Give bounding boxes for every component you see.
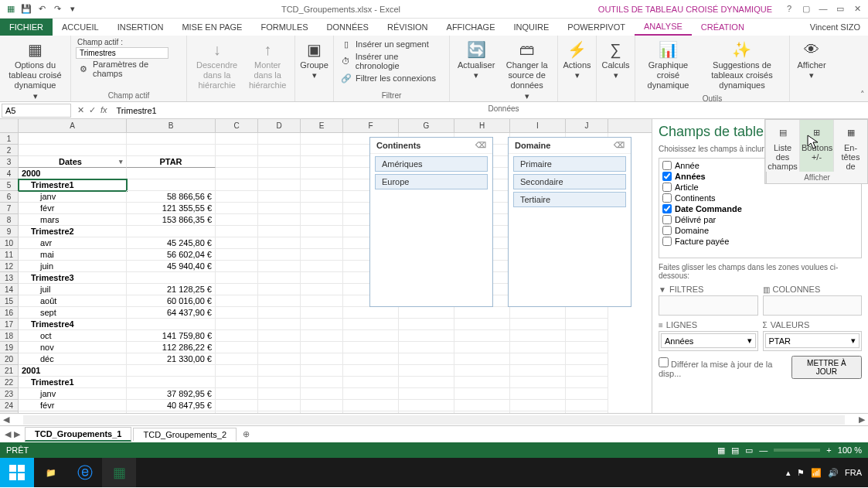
tab-powerpivot[interactable]: POWERPIVOT	[558, 19, 635, 36]
zone-filtres[interactable]	[659, 295, 758, 316]
cell[interactable]	[258, 203, 301, 214]
row-header[interactable]: 1	[0, 133, 19, 145]
maximize-icon[interactable]: ▭	[832, 4, 848, 14]
cell[interactable]	[216, 342, 258, 353]
cell[interactable]	[301, 168, 343, 179]
field-settings-button[interactable]: ⚙Paramètres de champs	[76, 59, 182, 79]
cell[interactable]	[566, 377, 608, 388]
cell[interactable]: 153 866,35 €	[127, 214, 216, 226]
row-header[interactable]: 6	[0, 191, 19, 203]
cell[interactable]: 58 866,56 €	[127, 191, 216, 203]
cell[interactable]: 56 602,04 €	[127, 249, 216, 261]
cell[interactable]: mai	[19, 249, 127, 261]
cell[interactable]	[301, 411, 343, 413]
cell[interactable]	[301, 237, 343, 249]
cell[interactable]	[301, 249, 343, 261]
sheet-nav-next[interactable]: ▶	[14, 429, 20, 439]
cell[interactable]: Trimestre4	[19, 319, 127, 330]
filter-icon[interactable]: ▾	[119, 156, 123, 168]
cell[interactable]	[454, 342, 510, 353]
cell[interactable]	[343, 365, 399, 377]
cell[interactable]	[399, 342, 454, 353]
cell[interactable]	[258, 284, 301, 295]
cell[interactable]	[343, 342, 399, 353]
cell[interactable]	[258, 156, 301, 168]
zone-colonnes[interactable]	[763, 295, 863, 316]
cancel-formula-icon[interactable]: ✕	[77, 105, 84, 115]
cell[interactable]	[216, 156, 258, 168]
col-header[interactable]: I	[510, 119, 566, 132]
col-header[interactable]: A	[19, 119, 127, 132]
cell[interactable]	[454, 411, 510, 413]
cell[interactable]	[258, 353, 301, 365]
cell[interactable]: Trimestre2	[19, 226, 127, 237]
cell[interactable]	[566, 330, 608, 342]
cell[interactable]	[566, 411, 608, 413]
close-icon[interactable]: ✕	[849, 4, 865, 14]
cell[interactable]	[258, 400, 301, 411]
row-header[interactable]: 10	[0, 237, 19, 249]
cell[interactable]	[216, 284, 258, 295]
zoom-level[interactable]: 100 %	[838, 445, 862, 455]
slicer-item[interactable]: Amériques	[375, 156, 488, 172]
cell[interactable]	[301, 203, 343, 214]
tab-affichage[interactable]: AFFICHAGE	[437, 19, 505, 36]
cell[interactable]	[510, 388, 566, 400]
cell[interactable]	[127, 133, 216, 145]
view-normal-icon[interactable]: ▦	[717, 445, 725, 456]
cell[interactable]	[127, 168, 216, 179]
slicer[interactable]: Domaine⌫PrimaireSecondaireTertiaire	[508, 137, 631, 307]
grid[interactable]: ABCDEFGHIJ 123Dates▾PTAR420005Trimestre1…	[0, 119, 652, 413]
insert-slicer-button[interactable]: ▯Insérer un segment	[339, 37, 444, 51]
cell[interactable]	[399, 388, 454, 400]
start-button[interactable]	[0, 458, 34, 487]
horizontal-scrollbar[interactable]: ◀▶	[0, 413, 868, 425]
cell[interactable]: Trimestre1	[19, 377, 127, 388]
cell[interactable]	[216, 330, 258, 342]
cell[interactable]	[127, 226, 216, 237]
tab-inquire[interactable]: INQUIRE	[505, 19, 559, 36]
zone-lignes[interactable]: Années▾	[659, 331, 758, 351]
cell[interactable]	[566, 319, 608, 330]
tab-revision[interactable]: RÉVISION	[378, 19, 437, 36]
row-header[interactable]: 24	[0, 400, 19, 411]
cell[interactable]	[399, 365, 454, 377]
name-box[interactable]	[2, 104, 71, 118]
cell[interactable]	[258, 191, 301, 203]
cell[interactable]	[258, 342, 301, 353]
field-checkbox[interactable]	[662, 215, 672, 224]
cell[interactable]: sept	[19, 307, 127, 319]
cell[interactable]	[258, 226, 301, 237]
cell[interactable]: oct	[19, 330, 127, 342]
cell[interactable]	[454, 400, 510, 411]
row-header[interactable]: 12	[0, 261, 19, 272]
add-sheet-button[interactable]: ⊕	[238, 429, 254, 439]
cell[interactable]	[399, 411, 454, 413]
cell[interactable]	[258, 179, 301, 191]
cell[interactable]	[566, 365, 608, 377]
cell[interactable]: 37 892,95 €	[127, 388, 216, 400]
cell[interactable]: mars	[19, 214, 127, 226]
cell[interactable]: mars	[19, 411, 127, 413]
cell[interactable]: janv	[19, 388, 127, 400]
cell[interactable]	[399, 353, 454, 365]
col-header[interactable]: E	[301, 119, 343, 132]
cell[interactable]	[127, 145, 216, 156]
cell[interactable]	[258, 377, 301, 388]
cell[interactable]	[216, 400, 258, 411]
redo-icon[interactable]: ↷	[51, 3, 63, 15]
cell[interactable]	[454, 307, 510, 319]
slicer-item[interactable]: Primaire	[513, 156, 626, 172]
cell[interactable]: 60 016,00 €	[127, 295, 216, 307]
cell[interactable]	[301, 307, 343, 319]
cell[interactable]	[343, 330, 399, 342]
slicer-item[interactable]: Tertiaire	[513, 192, 626, 207]
cell[interactable]	[258, 330, 301, 342]
cell[interactable]	[399, 377, 454, 388]
cell[interactable]	[258, 295, 301, 307]
cell[interactable]	[216, 319, 258, 330]
field-label[interactable]: Domaine	[675, 226, 709, 235]
cell[interactable]	[301, 330, 343, 342]
cell[interactable]	[343, 388, 399, 400]
cell[interactable]	[127, 179, 216, 191]
